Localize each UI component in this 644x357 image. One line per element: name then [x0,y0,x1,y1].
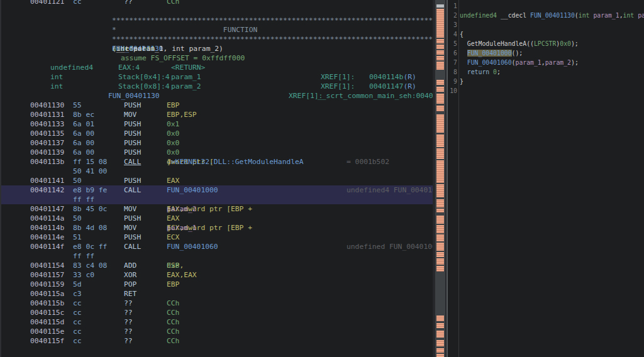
decompiler-line[interactable]: FUN_00401000(); [460,48,523,58]
mnemonic-cell: PUSH [124,176,141,185]
listing-row[interactable]: 00401121cc??CCh [1,0,434,6]
listing-row[interactable]: intStack[0x4]:4param_1XREF[1]:0040114b(R… [1,72,434,82]
mnemonic-cell: RET [124,289,136,299]
code-token-func[interactable]: FUN_00401130 [530,12,575,19]
bytes-cell: 50 [73,214,82,223]
code-token-plain [460,50,467,57]
mnemonic-cell: CALL [124,242,141,251]
listing-row[interactable]: 0040113bff 15 08CALLdword ptr [->KERNEL3… [1,157,434,167]
listing-row[interactable]: 0040115bcc??CCh [1,299,434,308]
listing-row[interactable]: ff ff [1,251,434,261]
code-token-funchl[interactable]: FUN_00401000 [467,50,512,57]
listing-row[interactable]: 0040115ac3RET [1,289,434,299]
listing-row[interactable]: 004011478b 45 0cMOVEAX,dword ptr [EBP + … [1,204,434,214]
listing-row[interactable]: 00401142e8 b9 feCALLFUN_00401000undefine… [1,185,434,195]
listing-row[interactable]: 004011595dPOPEBP [1,280,434,289]
listing-row[interactable]: undefined4EAX:4<RETURN> [1,63,434,72]
listing-row[interactable]: 0040114fe8 0c ffCALLFUN_00401060undefine… [1,242,434,251]
marker-block [436,331,444,338]
marker-block [436,135,444,147]
decompiler-line[interactable]: FUN_00401060(param_1,param_2); [460,58,579,67]
mnemonic-cell: CALL [124,157,141,167]
bytes-cell: e8 0c ff [73,242,107,251]
address-cell: 0040114a [30,214,64,223]
listing-row[interactable]: * FUNCTION * [1,25,434,35]
bytes-cell: 6a 00 [73,148,94,157]
listing-row[interactable]: assume FS_OFFSET = 0xffdff000 [1,53,434,63]
variable-name: <RETURN> [171,63,205,72]
decompiler-line[interactable]: { [460,30,464,39]
listing-row[interactable]: 0040115ccc??CCh [1,308,434,317]
marker-block [436,39,444,43]
operand-token-reg: EBP,ESP [167,110,197,119]
listing-row[interactable]: ff ff [1,195,434,204]
listing-row[interactable]: 0040114a50PUSHEAX [1,214,434,223]
listing-row[interactable]: 50 41 00 [1,167,434,176]
listing-row[interactable]: 0040114150PUSHEAX [1,176,434,185]
mnemonic-cell: MOV [124,223,136,233]
assume-line: assume FS_OFFSET = 0xffdff000 [121,53,245,63]
bytes-cell: e8 b9 fe [73,185,107,195]
code-token-func[interactable]: FUN_00401060 [467,59,512,66]
listing-row[interactable]: 0040115483 c4 08ADDESP,0x8 [1,261,434,270]
bytes-cell: 55 [73,101,82,110]
function-label[interactable]: FUN_00401130 [108,91,160,101]
mnemonic-cell: ?? [124,0,133,6]
listing-row[interactable]: 0040115733 c0XOREAX,EAX [1,270,434,280]
listing-row[interactable]: ****************************************… [1,35,434,44]
marker-block [436,258,444,265]
listing-row[interactable]: 004011376a 00PUSH0x0 [1,138,434,148]
listing-row[interactable]: FUN_00401130XREF[1]:__scrt_common_main_s… [1,91,434,101]
operand-token-reg: EAX,EAX [167,270,197,280]
marker-block [436,234,444,241]
listing-row[interactable]: 0040114b8b 4d 08MOVECX,dword ptr [EBP + … [1,223,434,233]
address-cell: 0040114b [30,223,64,233]
listing-row[interactable]: 0040113055PUSHEBP [1,101,434,110]
listing-row[interactable]: 004011356a 00PUSH0x0 [1,129,434,138]
variable-storage: Stack[0x4]:4 [118,72,170,82]
listing-row [1,6,434,16]
listing-row[interactable]: 0040114e51PUSHECX [1,233,434,242]
listing-row[interactable]: undefined4 __cdecl FUN_00401130(int para… [1,44,434,53]
code-token-type: undefined4 [460,12,497,19]
bytes-cell: cc [73,317,82,327]
operand-token-param: param_2 [167,204,197,214]
xref-value[interactable]: __scrt_common_main_seh:0040 [318,91,433,101]
listing-row[interactable]: 0040115ecc??CCh [1,327,434,336]
mnemonic-cell: ?? [124,299,133,308]
operand-token-func[interactable]: ->KERNEL32.DLL::GetModuleHandleA [167,157,304,167]
xref-value[interactable]: 00401147(R) [369,82,403,91]
listing-row[interactable]: 0040115dcc??CCh [1,317,434,327]
xref-access-type: (R) [403,82,416,91]
listing-row[interactable]: 0040115fcc??CCh [1,336,434,346]
decompiler-line[interactable]: undefined4 __cdecl FUN_00401130(int para… [460,11,644,20]
xref-value[interactable]: 0040114b(R) [369,72,403,82]
signature-token-plain: (int param_1, int param_2) [112,44,223,53]
code-token-type: int [623,12,635,19]
code-token-param: param_1 [593,12,619,19]
mnemonic-cell: PUSH [124,119,141,129]
operand-token-reg: ECX [167,233,179,242]
operand-token-func[interactable]: FUN_00401000 [167,185,218,195]
mnemonic-cell: PUSH [124,129,141,138]
listing-row[interactable]: intStack[0x8]:4param_2XREF[1]:00401147(R… [1,82,434,91]
marker-block [436,87,444,92]
scrollbar-marker-strip[interactable] [435,0,445,357]
xref-label: XREF[1]: [321,72,355,82]
operand-token-const: CCh [167,317,179,327]
code-token-plain: GetModuleHandleA(( [460,40,534,47]
operand-token-reg: ] [167,223,171,233]
operand-token-func[interactable]: FUN_00401060 [167,242,218,251]
listing-row[interactable]: 004011396a 00PUSH0x0 [1,148,434,157]
code-token-kw: return [467,69,489,75]
decompiler-line[interactable]: return 0; [460,67,501,77]
bytes-cell: cc [73,327,82,336]
decompiler-line[interactable]: } [460,77,464,86]
listing-row[interactable]: ****************************************… [1,16,434,25]
marker-block [436,106,444,111]
listing-row[interactable]: 004011336a 01PUSH0x1 [1,119,434,129]
decompiler-line[interactable]: GetModuleHandleA((LPCSTR)0x0); [460,39,579,48]
marker-block [436,184,444,197]
listing-row[interactable]: 004011318b ecMOVEBP,ESP [1,110,434,119]
bytes-cell: 6a 01 [73,119,94,129]
